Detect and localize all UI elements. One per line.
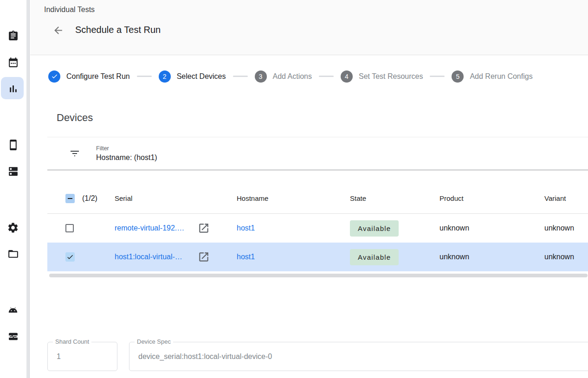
step-label: Select Devices xyxy=(177,72,226,81)
hostname-link[interactable]: host1 xyxy=(237,253,255,261)
step-label: Set Test Resources xyxy=(359,72,423,81)
device-spec-field[interactable]: Device Spec device_serial:host1:local-vi… xyxy=(129,342,588,371)
step-configure-test-run[interactable]: Configure Test Run xyxy=(48,70,130,83)
row-checkbox-checked[interactable] xyxy=(65,252,75,262)
header-select-cell: (1/2) xyxy=(47,194,115,203)
step-set-test-resources[interactable]: 4 Set Test Resources xyxy=(341,70,423,83)
row-product-cell: unknown xyxy=(439,253,544,261)
serial-link[interactable]: remote-virtual-192.… xyxy=(115,224,192,232)
horizontal-scrollbar[interactable] xyxy=(49,274,588,277)
filter-stack: Filter Hostname: (host1) xyxy=(96,145,157,162)
step-number-circle: 3 xyxy=(255,70,267,83)
step-add-rerun-configs[interactable]: 5 Add Rerun Configs xyxy=(452,70,532,83)
step-number-circle: 4 xyxy=(341,70,353,83)
row-state-cell: Available xyxy=(350,249,439,265)
page-header: Individual Tests Schedule a Test Run xyxy=(30,0,588,55)
android-icon xyxy=(7,304,19,316)
section-label: Individual Tests xyxy=(44,6,95,14)
page-title: Schedule a Test Run xyxy=(75,25,161,35)
filter-field[interactable]: Filter Hostname: (host1) xyxy=(47,137,588,170)
shard-count-field[interactable]: Shard Count 1 xyxy=(47,342,117,371)
sidebar xyxy=(0,0,26,378)
table-header-row: (1/2) Serial Hostname State Product Vari… xyxy=(47,171,588,214)
bar-chart-icon xyxy=(7,83,19,95)
table-row[interactable]: remote-virtual-192.… host1 Available unk… xyxy=(47,214,588,243)
row-product-cell: unknown xyxy=(439,224,544,232)
sidebar-item-monitoring[interactable] xyxy=(7,330,19,342)
column-header-product: Product xyxy=(439,194,544,202)
open-in-new-icon[interactable] xyxy=(198,251,210,263)
step-number-circle: 5 xyxy=(452,70,464,83)
filter-label: Filter xyxy=(96,145,157,152)
column-header-variant: Variant xyxy=(544,194,588,202)
step-select-devices[interactable]: 2 Select Devices xyxy=(159,70,226,83)
sidebar-item-files[interactable] xyxy=(7,248,19,260)
sidebar-item-android[interactable] xyxy=(7,304,19,316)
filter-value[interactable]: Hostname: (host1) xyxy=(96,154,157,162)
row-select-cell xyxy=(47,224,115,232)
column-header-serial: Serial xyxy=(115,194,237,202)
sidebar-item-hosts[interactable] xyxy=(7,165,19,177)
step-complete-circle xyxy=(48,70,60,83)
sidebar-item-settings[interactable] xyxy=(7,222,19,234)
check-icon xyxy=(51,73,58,80)
stepper: Configure Test Run 2 Select Devices 3 Ad… xyxy=(48,70,588,83)
calendar-icon xyxy=(7,57,19,68)
row-hostname-cell: host1 xyxy=(237,224,350,232)
step-label: Add Rerun Configs xyxy=(470,72,532,81)
step-connector xyxy=(319,76,334,77)
sidebar-item-test-plans[interactable] xyxy=(7,30,19,42)
device-spec-label: Device Spec xyxy=(135,338,173,345)
check-icon xyxy=(66,253,74,261)
shard-count-label: Shard Count xyxy=(53,338,91,345)
main-content: Individual Tests Schedule a Test Run Con… xyxy=(30,0,588,378)
column-header-hostname: Hostname xyxy=(237,194,350,202)
select-all-checkbox[interactable] xyxy=(65,194,75,203)
smartphone-icon xyxy=(7,139,19,151)
shard-count-input[interactable]: 1 xyxy=(48,342,117,371)
serial-link[interactable]: host1:local-virtual-… xyxy=(115,253,192,261)
step-connector xyxy=(137,76,152,77)
sidebar-item-devices[interactable] xyxy=(7,139,19,151)
row-select-cell xyxy=(47,252,115,262)
step-number-circle: 2 xyxy=(159,70,171,83)
gear-icon xyxy=(7,222,19,234)
filter-icon xyxy=(69,148,80,159)
row-checkbox[interactable] xyxy=(65,224,74,232)
row-hostname-cell: host1 xyxy=(237,253,350,261)
open-in-new-icon[interactable] xyxy=(198,222,210,234)
arrow-back-icon xyxy=(52,25,64,36)
selection-count: (1/2) xyxy=(82,194,97,203)
sidebar-item-schedule[interactable] xyxy=(7,56,19,68)
clipboard-icon xyxy=(7,30,19,42)
row-variant-cell: unknown xyxy=(544,224,588,232)
status-badge: Available xyxy=(350,220,399,237)
sidebar-item-test-results[interactable] xyxy=(7,83,19,95)
step-label: Configure Test Run xyxy=(66,72,130,81)
folder-icon xyxy=(7,248,19,260)
step-add-actions[interactable]: 3 Add Actions xyxy=(255,70,312,83)
table-row-selected[interactable]: host1:local-virtual-… host1 Available un… xyxy=(47,243,588,271)
dns-icon xyxy=(7,166,19,177)
row-serial-cell: remote-virtual-192.… xyxy=(115,222,237,234)
step-connector xyxy=(233,76,248,77)
row-state-cell: Available xyxy=(350,220,439,237)
monitoring-icon xyxy=(7,331,19,342)
column-header-state: State xyxy=(350,194,439,202)
status-badge: Available xyxy=(350,249,399,265)
hostname-link[interactable]: host1 xyxy=(237,224,255,232)
sidebar-scrollbar[interactable] xyxy=(26,0,30,378)
step-connector xyxy=(430,76,445,77)
device-spec-input[interactable]: device_serial:host1:local-virtual-device… xyxy=(129,342,588,371)
row-variant-cell: unknown xyxy=(544,253,588,261)
step-label: Add Actions xyxy=(273,72,312,81)
devices-heading: Devices xyxy=(57,112,93,124)
row-serial-cell: host1:local-virtual-… xyxy=(115,251,237,263)
device-table: (1/2) Serial Hostname State Product Vari… xyxy=(47,171,588,277)
back-button[interactable] xyxy=(51,23,65,37)
